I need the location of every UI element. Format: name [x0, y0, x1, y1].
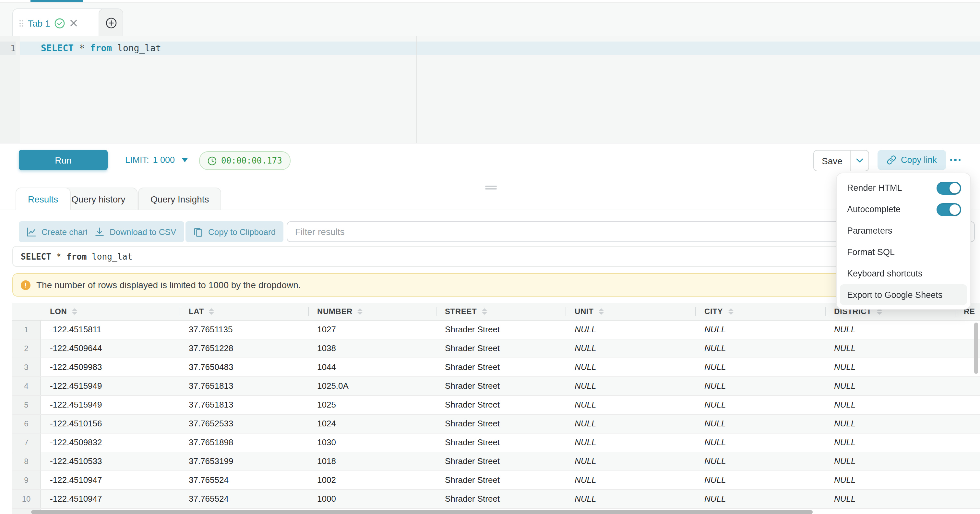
table-cell: -122.4515949 [41, 396, 180, 414]
save-options-button[interactable] [850, 150, 869, 171]
copy-link-button[interactable]: Copy link [878, 150, 946, 170]
table-cell: Shrader Street [436, 490, 566, 508]
menu-item-export-google-sheets[interactable]: Export to Google Sheets [840, 284, 967, 305]
copy-to-clipboard-button[interactable]: Copy to Clipboard [186, 221, 283, 242]
sort-icon[interactable] [209, 308, 214, 315]
table-cell: 37.7651813 [180, 396, 308, 414]
editor-tab-bar: Tab 1 [0, 2, 980, 37]
table-cell: NULL [566, 396, 695, 414]
table-cell: Shrader Street [436, 358, 566, 377]
more-options-button[interactable] [946, 150, 965, 170]
table-cell: NULL [695, 396, 825, 414]
table-cell: 1030 [308, 434, 436, 452]
column-header-lat[interactable]: LAT [180, 303, 308, 320]
tab-query-history[interactable]: Query history [59, 188, 138, 210]
table-cell: 1002 [308, 471, 436, 489]
editor-toolbar: Run LIMIT: 1 000 00:00:00.173 Save [0, 144, 980, 185]
sort-icon[interactable] [358, 308, 363, 315]
sql-keyword: SELECT [41, 43, 73, 53]
table-cell: NULL [695, 321, 825, 339]
table-cell: NULL [695, 358, 825, 377]
column-label: UNIT [574, 307, 593, 316]
table-cell: NULL [825, 377, 955, 395]
add-tab-button[interactable] [99, 8, 123, 37]
table-row: 1-122.451581137.76511351027Shrader Stree… [12, 321, 980, 339]
table-cell: NULL [825, 415, 955, 433]
table-cell: Shrader Street [436, 377, 566, 395]
autocomplete-toggle[interactable] [937, 203, 961, 216]
table-cell [955, 471, 980, 489]
table-cell: NULL [695, 490, 825, 508]
column-label: LAT [189, 307, 204, 316]
line-number: 1 [0, 42, 16, 55]
create-chart-button[interactable]: Create chart [19, 221, 95, 242]
table-cell: NULL [695, 434, 825, 452]
table-cell [955, 509, 980, 514]
timer-value: 00:00:00.173 [221, 156, 282, 166]
results-tab-bar: Results Query history Query Insights [0, 188, 980, 210]
sort-icon[interactable] [72, 308, 77, 315]
table-row: 5-122.451594937.76518131025Shrader Stree… [12, 396, 980, 415]
row-limit-warning: ! The number of rows displayed is limite… [12, 273, 964, 297]
column-header-lon[interactable]: LON [41, 303, 180, 320]
column-header-street[interactable]: STREET [436, 303, 566, 320]
sort-icon[interactable] [482, 308, 487, 315]
table-cell: 37.7651135 [180, 321, 308, 339]
table-cell: NULL [695, 339, 825, 358]
caret-down-icon [181, 158, 188, 162]
sort-icon[interactable] [728, 308, 733, 315]
row-number: 10 [12, 490, 41, 508]
download-csv-button[interactable]: Download to CSV [87, 221, 184, 242]
table-cell: NULL [566, 471, 695, 489]
sql-keyword: from [67, 252, 87, 261]
run-button[interactable]: Run [19, 150, 108, 170]
row-number: 5 [12, 396, 41, 414]
tab-query-insights[interactable]: Query Insights [138, 188, 221, 210]
row-number: 3 [12, 358, 41, 377]
menu-item-format-sql[interactable]: Format SQL [837, 241, 970, 263]
menu-item-parameters[interactable]: Parameters [837, 220, 970, 241]
vertical-scrollbar[interactable] [974, 322, 978, 374]
column-header-number[interactable]: NUMBER [308, 303, 436, 320]
table-cell: NULL [566, 321, 695, 339]
table-cell: Shrader Street [436, 396, 566, 414]
editor-tab[interactable]: Tab 1 [12, 8, 109, 37]
column-header-unit[interactable]: UNIT [566, 303, 695, 320]
table-cell: 1044 [308, 358, 436, 377]
close-tab-icon[interactable] [70, 19, 78, 27]
row-number: 6 [12, 415, 41, 433]
copy-link-label: Copy link [901, 155, 937, 165]
table-cell: NULL [825, 471, 955, 489]
save-button[interactable]: Save [814, 150, 850, 171]
table-row: 8-122.451053337.76531991018Shrader Stree… [12, 452, 980, 471]
table-cell: NULL [825, 490, 955, 508]
limit-value: 1 000 [153, 155, 175, 165]
table-cell: NULL [695, 471, 825, 489]
table-cell: 1025 [308, 396, 436, 414]
table-row: 2-122.450964437.76512281038Shrader Stree… [12, 339, 980, 358]
executed-sql-preview: SELECT * from long_lat [12, 246, 966, 267]
limit-dropdown[interactable]: LIMIT: 1 000 [125, 150, 188, 170]
tab-drag-handle-icon[interactable] [19, 20, 23, 26]
editor-active-line [20, 42, 980, 55]
menu-item-keyboard-shortcuts[interactable]: Keyboard shortcuts [837, 263, 970, 284]
menu-item-autocomplete[interactable]: Autocomplete [837, 199, 970, 220]
tab-results[interactable]: Results [16, 188, 70, 210]
menu-item-label: Export to Google Sheets [847, 290, 942, 300]
table-cell: NULL [566, 490, 695, 508]
table-cell: NULL [695, 452, 825, 471]
sql-editor[interactable]: 1 SELECT * from long_lat [0, 36, 980, 144]
sort-icon[interactable] [599, 308, 604, 315]
render-html-toggle[interactable] [937, 181, 961, 195]
column-header-city[interactable]: CITY [695, 303, 825, 320]
table-row: 10-122.451094737.7655241000Shrader Stree… [12, 490, 980, 509]
table-cell: NULL [695, 377, 825, 395]
results-actions: Create chart Download to CSV Copy to Cli… [0, 221, 980, 242]
warning-icon: ! [21, 280, 30, 290]
table-cell: Shrader Street [436, 452, 566, 471]
row-number: 4 [12, 377, 41, 395]
horizontal-scrollbar[interactable] [31, 510, 813, 514]
column-label: STREET [445, 307, 477, 316]
menu-item-render-html[interactable]: Render HTML [837, 177, 970, 199]
table-cell: 1018 [308, 452, 436, 471]
